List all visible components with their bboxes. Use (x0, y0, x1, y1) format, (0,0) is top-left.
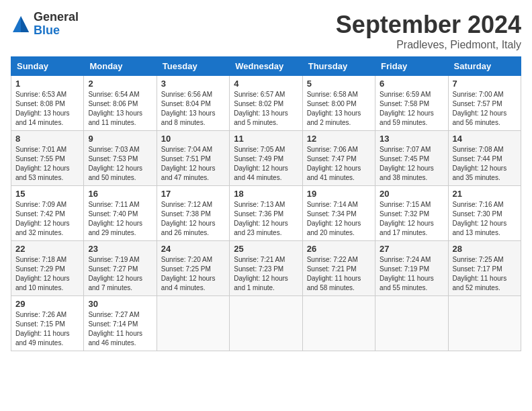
sunrise-label: Sunrise: 6:54 AM (88, 91, 139, 98)
day-info: Sunrise: 7:16 AM Sunset: 7:30 PM Dayligh… (453, 200, 517, 238)
day-number: 10 (161, 134, 225, 144)
logo-blue: Blue (34, 24, 79, 38)
daylight-label: Daylight: 11 hours and 55 minutes. (380, 275, 434, 291)
sunset-label: Sunset: 7:19 PM (380, 265, 429, 273)
calendar-cell (157, 296, 229, 351)
daylight-label: Daylight: 12 hours and 41 minutes. (307, 165, 361, 181)
logo-general: General (34, 11, 79, 24)
calendar-cell (230, 296, 302, 351)
day-number: 28 (453, 244, 517, 254)
week-row-1: 1 Sunrise: 6:53 AM Sunset: 8:08 PM Dayli… (11, 76, 521, 131)
day-info: Sunrise: 7:09 AM Sunset: 7:42 PM Dayligh… (15, 200, 79, 238)
calendar-cell (302, 296, 375, 351)
daylight-label: Daylight: 12 hours and 1 minute. (234, 275, 288, 291)
daylight-label: Daylight: 12 hours and 56 minutes. (453, 109, 507, 126)
day-number: 11 (234, 134, 298, 144)
sunrise-label: Sunrise: 6:53 AM (15, 91, 66, 98)
day-number: 23 (88, 244, 152, 254)
daylight-label: Daylight: 12 hours and 23 minutes. (234, 220, 288, 236)
calendar-cell: 11 Sunrise: 7:05 AM Sunset: 7:49 PM Dayl… (230, 131, 302, 186)
calendar-cell: 26 Sunrise: 7:22 AM Sunset: 7:21 PM Dayl… (302, 241, 375, 296)
sunset-label: Sunset: 7:58 PM (380, 100, 429, 107)
day-number: 6 (380, 79, 443, 89)
sunset-label: Sunset: 7:49 PM (234, 155, 283, 163)
sunset-label: Sunset: 7:23 PM (234, 265, 283, 273)
day-info: Sunrise: 7:20 AM Sunset: 7:25 PM Dayligh… (161, 255, 225, 293)
sunset-label: Sunset: 8:06 PM (88, 100, 138, 107)
sunset-label: Sunset: 7:15 PM (15, 320, 65, 328)
daylight-label: Daylight: 12 hours and 59 minutes. (380, 109, 434, 126)
sunset-label: Sunset: 7:27 PM (88, 265, 138, 273)
calendar-cell: 27 Sunrise: 7:24 AM Sunset: 7:19 PM Dayl… (375, 241, 448, 296)
day-info: Sunrise: 7:24 AM Sunset: 7:19 PM Dayligh… (380, 255, 443, 293)
sunset-label: Sunset: 8:00 PM (307, 100, 357, 107)
day-info: Sunrise: 7:12 AM Sunset: 7:38 PM Dayligh… (161, 200, 225, 238)
daylight-label: Daylight: 11 hours and 49 minutes. (15, 330, 70, 347)
day-info: Sunrise: 7:13 AM Sunset: 7:36 PM Dayligh… (234, 200, 298, 238)
day-info: Sunrise: 7:27 AM Sunset: 7:14 PM Dayligh… (88, 310, 152, 348)
day-number: 19 (307, 189, 371, 199)
calendar-header-row: SundayMondayTuesdayWednesdayThursdayFrid… (11, 57, 521, 76)
daylight-label: Daylight: 13 hours and 14 minutes. (15, 109, 70, 126)
calendar-cell: 9 Sunrise: 7:03 AM Sunset: 7:53 PM Dayli… (84, 131, 157, 186)
calendar-cell: 5 Sunrise: 6:58 AM Sunset: 8:00 PM Dayli… (302, 76, 375, 131)
day-number: 8 (15, 134, 79, 144)
day-info: Sunrise: 7:04 AM Sunset: 7:51 PM Dayligh… (161, 145, 225, 183)
day-number: 12 (307, 134, 371, 144)
day-info: Sunrise: 6:56 AM Sunset: 8:04 PM Dayligh… (161, 90, 225, 128)
header-saturday: Saturday (448, 57, 521, 76)
sunrise-label: Sunrise: 7:03 AM (88, 146, 139, 153)
day-number: 25 (234, 244, 298, 254)
day-info: Sunrise: 7:14 AM Sunset: 7:34 PM Dayligh… (307, 200, 371, 238)
calendar-cell: 2 Sunrise: 6:54 AM Sunset: 8:06 PM Dayli… (84, 76, 157, 131)
daylight-label: Daylight: 12 hours and 7 minutes. (88, 275, 142, 291)
day-number: 20 (380, 189, 443, 199)
sunrise-label: Sunrise: 7:14 AM (307, 201, 358, 208)
sunset-label: Sunset: 7:40 PM (88, 210, 138, 218)
daylight-label: Daylight: 12 hours and 50 minutes. (88, 165, 142, 181)
sunrise-label: Sunrise: 7:16 AM (453, 201, 504, 208)
daylight-label: Daylight: 11 hours and 46 minutes. (88, 330, 142, 347)
daylight-label: Daylight: 12 hours and 4 minutes. (161, 275, 216, 291)
day-number: 5 (307, 79, 371, 89)
day-info: Sunrise: 7:26 AM Sunset: 7:15 PM Dayligh… (15, 310, 79, 348)
calendar-cell: 20 Sunrise: 7:15 AM Sunset: 7:32 PM Dayl… (375, 186, 448, 241)
sunset-label: Sunset: 7:38 PM (161, 210, 211, 218)
daylight-label: Daylight: 12 hours and 13 minutes. (453, 220, 507, 236)
header-tuesday: Tuesday (157, 57, 229, 76)
day-number: 13 (380, 134, 443, 144)
calendar-cell: 18 Sunrise: 7:13 AM Sunset: 7:36 PM Dayl… (230, 186, 302, 241)
day-info: Sunrise: 7:19 AM Sunset: 7:27 PM Dayligh… (88, 255, 152, 293)
sunset-label: Sunset: 7:55 PM (15, 155, 65, 163)
day-info: Sunrise: 7:25 AM Sunset: 7:17 PM Dayligh… (453, 255, 517, 293)
header-thursday: Thursday (302, 57, 375, 76)
day-info: Sunrise: 7:00 AM Sunset: 7:57 PM Dayligh… (453, 90, 517, 128)
daylight-label: Daylight: 12 hours and 32 minutes. (15, 220, 70, 236)
logo-text: General Blue (34, 11, 79, 38)
daylight-label: Daylight: 12 hours and 44 minutes. (234, 165, 288, 181)
day-number: 14 (453, 134, 517, 144)
sunrise-label: Sunrise: 7:21 AM (234, 256, 285, 263)
sunset-label: Sunset: 7:25 PM (161, 265, 211, 273)
sunset-label: Sunset: 8:02 PM (234, 100, 283, 107)
day-info: Sunrise: 7:11 AM Sunset: 7:40 PM Dayligh… (88, 200, 152, 238)
calendar-cell: 8 Sunrise: 7:01 AM Sunset: 7:55 PM Dayli… (11, 131, 84, 186)
calendar-cell: 29 Sunrise: 7:26 AM Sunset: 7:15 PM Dayl… (11, 296, 84, 351)
location: Pradleves, Piedmont, Italy (336, 39, 521, 51)
sunrise-label: Sunrise: 7:20 AM (161, 256, 212, 263)
calendar-cell: 14 Sunrise: 7:08 AM Sunset: 7:44 PM Dayl… (448, 131, 521, 186)
day-number: 3 (161, 79, 225, 89)
sunset-label: Sunset: 7:45 PM (380, 155, 429, 163)
day-info: Sunrise: 7:15 AM Sunset: 7:32 PM Dayligh… (380, 200, 443, 238)
day-info: Sunrise: 7:01 AM Sunset: 7:55 PM Dayligh… (15, 145, 79, 183)
calendar-cell: 23 Sunrise: 7:19 AM Sunset: 7:27 PM Dayl… (84, 241, 157, 296)
sunrise-label: Sunrise: 7:26 AM (15, 311, 66, 318)
day-number: 22 (15, 244, 79, 254)
day-info: Sunrise: 7:05 AM Sunset: 7:49 PM Dayligh… (234, 145, 298, 183)
day-info: Sunrise: 6:54 AM Sunset: 8:06 PM Dayligh… (88, 90, 152, 128)
sunrise-label: Sunrise: 7:19 AM (88, 256, 139, 263)
day-info: Sunrise: 6:59 AM Sunset: 7:58 PM Dayligh… (380, 90, 443, 128)
sunrise-label: Sunrise: 7:25 AM (453, 256, 504, 263)
sunset-label: Sunset: 7:29 PM (15, 265, 65, 273)
day-info: Sunrise: 7:22 AM Sunset: 7:21 PM Dayligh… (307, 255, 371, 293)
